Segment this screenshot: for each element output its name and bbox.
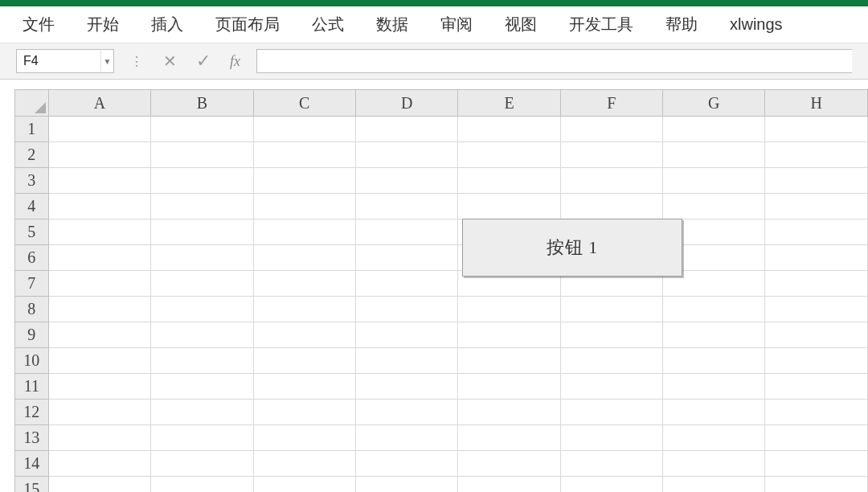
cell[interactable] bbox=[253, 425, 355, 451]
cell[interactable] bbox=[253, 374, 355, 400]
name-box-dropdown-icon[interactable]: ▼ bbox=[100, 51, 113, 72]
cell[interactable] bbox=[151, 400, 253, 425]
cell[interactable] bbox=[355, 194, 457, 219]
cell[interactable] bbox=[253, 400, 355, 425]
row-header-13[interactable]: 13 bbox=[15, 425, 49, 451]
cell[interactable] bbox=[151, 297, 253, 322]
cell[interactable] bbox=[560, 142, 662, 168]
cell[interactable] bbox=[355, 117, 457, 142]
cell[interactable] bbox=[560, 477, 662, 493]
cell[interactable] bbox=[355, 142, 457, 168]
cell[interactable] bbox=[663, 168, 765, 194]
tab-insert[interactable]: 插入 bbox=[135, 6, 199, 42]
tab-xlwings[interactable]: xlwings bbox=[714, 6, 799, 42]
cell[interactable] bbox=[355, 477, 457, 493]
cell[interactable] bbox=[663, 374, 765, 400]
row-header-4[interactable]: 4 bbox=[15, 194, 49, 219]
cell[interactable] bbox=[355, 425, 457, 451]
cell[interactable] bbox=[458, 400, 560, 425]
cell[interactable] bbox=[253, 477, 355, 493]
select-all-triangle[interactable] bbox=[15, 90, 49, 117]
cell[interactable] bbox=[458, 142, 560, 168]
cell[interactable] bbox=[48, 322, 150, 348]
tab-data[interactable]: 数据 bbox=[360, 6, 424, 42]
cell[interactable] bbox=[458, 322, 560, 348]
cell[interactable] bbox=[765, 477, 868, 493]
col-header-D[interactable]: D bbox=[355, 90, 457, 117]
cell[interactable] bbox=[48, 477, 150, 493]
row-header-5[interactable]: 5 bbox=[15, 219, 49, 245]
cell[interactable] bbox=[151, 117, 253, 142]
cell[interactable] bbox=[151, 194, 253, 219]
cell[interactable] bbox=[48, 348, 150, 374]
cell[interactable] bbox=[560, 425, 662, 451]
cell[interactable] bbox=[151, 142, 253, 168]
cell[interactable] bbox=[48, 271, 150, 297]
cell[interactable] bbox=[151, 425, 253, 451]
cell[interactable] bbox=[663, 348, 765, 374]
cell[interactable] bbox=[560, 297, 662, 322]
cell[interactable] bbox=[151, 245, 253, 271]
cell[interactable] bbox=[458, 374, 560, 400]
cell[interactable] bbox=[663, 400, 765, 425]
cell[interactable] bbox=[48, 400, 150, 425]
cell[interactable] bbox=[663, 425, 765, 451]
cell[interactable] bbox=[458, 451, 560, 477]
cell[interactable] bbox=[48, 168, 150, 194]
cell[interactable] bbox=[48, 194, 150, 219]
cell[interactable] bbox=[765, 425, 868, 451]
cell[interactable] bbox=[48, 117, 150, 142]
tab-devtools[interactable]: 开发工具 bbox=[553, 6, 649, 42]
cell[interactable] bbox=[458, 477, 560, 493]
cell[interactable] bbox=[151, 374, 253, 400]
cell[interactable] bbox=[151, 168, 253, 194]
cell[interactable] bbox=[663, 322, 765, 348]
formula-input[interactable] bbox=[256, 49, 852, 73]
cell[interactable] bbox=[765, 348, 868, 374]
cell[interactable] bbox=[253, 194, 355, 219]
row-header-7[interactable]: 7 bbox=[15, 271, 49, 297]
row-header-3[interactable]: 3 bbox=[15, 168, 49, 194]
col-header-E[interactable]: E bbox=[458, 90, 560, 117]
cell[interactable] bbox=[458, 425, 560, 451]
cell[interactable] bbox=[765, 297, 868, 322]
cell[interactable] bbox=[560, 194, 662, 219]
cell[interactable] bbox=[151, 451, 253, 477]
cell[interactable] bbox=[560, 400, 662, 425]
cell[interactable] bbox=[765, 322, 868, 348]
cell[interactable] bbox=[48, 142, 150, 168]
cell[interactable] bbox=[355, 374, 457, 400]
cell[interactable] bbox=[48, 297, 150, 322]
cell[interactable] bbox=[560, 374, 662, 400]
fx-icon[interactable]: fx bbox=[230, 53, 240, 70]
cell[interactable] bbox=[355, 297, 457, 322]
cell[interactable] bbox=[765, 451, 868, 477]
cell[interactable] bbox=[560, 322, 662, 348]
cell[interactable] bbox=[560, 348, 662, 374]
name-box-input[interactable] bbox=[17, 54, 100, 68]
cell[interactable] bbox=[458, 297, 560, 322]
row-header-8[interactable]: 8 bbox=[15, 297, 49, 322]
cell[interactable] bbox=[765, 194, 868, 219]
cell[interactable] bbox=[663, 297, 765, 322]
cell[interactable] bbox=[355, 245, 457, 271]
cancel-icon[interactable]: ✕ bbox=[163, 51, 177, 71]
cell[interactable] bbox=[560, 168, 662, 194]
cell[interactable] bbox=[355, 348, 457, 374]
cell[interactable] bbox=[663, 142, 765, 168]
cell[interactable] bbox=[458, 348, 560, 374]
row-header-1[interactable]: 1 bbox=[15, 117, 49, 142]
cell[interactable] bbox=[355, 271, 457, 297]
cell[interactable] bbox=[560, 117, 662, 142]
cell[interactable] bbox=[663, 477, 765, 493]
row-header-11[interactable]: 11 bbox=[15, 374, 49, 400]
enter-icon[interactable]: ✓ bbox=[196, 51, 211, 72]
cell[interactable] bbox=[48, 219, 150, 245]
tab-file[interactable]: 文件 bbox=[6, 6, 71, 42]
cell[interactable] bbox=[355, 168, 457, 194]
cell[interactable] bbox=[765, 400, 868, 425]
cell[interactable] bbox=[253, 348, 355, 374]
cell[interactable] bbox=[663, 194, 765, 219]
cell[interactable] bbox=[458, 168, 560, 194]
cell[interactable] bbox=[458, 194, 560, 219]
